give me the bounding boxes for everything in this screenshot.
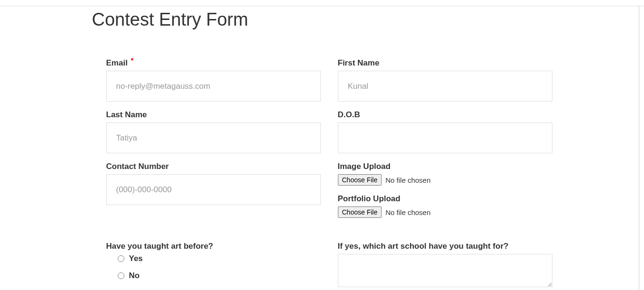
image-upload-label: Image Upload [338, 162, 552, 171]
upload-column: Image Upload Choose File No file chosen … [338, 162, 552, 226]
dob-label: D.O.B [338, 110, 552, 120]
portfolio-upload-row: Choose File No file chosen [338, 206, 552, 218]
radio-yes-label: Yes [129, 254, 143, 263]
first-name-group: First Name [338, 58, 552, 102]
image-upload-row: Choose File No file chosen [338, 174, 552, 186]
dob-group: D.O.B [338, 110, 552, 153]
taught-art-label: Have you taught art before? [106, 242, 321, 251]
first-name-field[interactable] [338, 71, 552, 102]
contact-number-field[interactable] [106, 174, 321, 205]
portfolio-upload-label: Portfolio Upload [338, 194, 552, 204]
taught-art-radio-group: Yes No [106, 254, 321, 281]
right-divider [639, 6, 639, 290]
contact-number-label: Contact Number [106, 162, 321, 171]
last-name-group: Last Name [106, 110, 321, 153]
form-grid: Email * First Name Last Name D.O.B Conta… [92, 58, 552, 290]
art-school-label: If yes, which art school have you taught… [338, 242, 552, 251]
dob-field[interactable] [338, 122, 552, 153]
radio-no-label: No [129, 271, 140, 281]
required-mark: * [131, 56, 134, 64]
top-divider [0, 6, 644, 6]
art-school-group: If yes, which art school have you taught… [338, 242, 552, 289]
radio-no[interactable] [118, 272, 124, 279]
email-label-text: Email [106, 58, 128, 67]
art-school-field[interactable] [338, 254, 552, 287]
email-group: Email * [106, 58, 321, 102]
last-name-label: Last Name [106, 110, 321, 120]
radio-yes[interactable] [118, 255, 124, 262]
last-name-field[interactable] [106, 122, 321, 153]
taught-art-group: Have you taught art before? Yes No [106, 242, 321, 289]
radio-item-yes: Yes [118, 254, 321, 263]
form-container: Contest Entry Form Email * First Name La… [92, 0, 552, 290]
email-field[interactable] [106, 71, 321, 102]
radio-item-no: No [118, 271, 321, 281]
portfolio-upload-button[interactable]: Choose File [338, 206, 382, 218]
contact-number-group: Contact Number [106, 162, 321, 218]
first-name-label: First Name [338, 58, 552, 68]
image-upload-status: No file chosen [385, 176, 430, 184]
page-title: Contest Entry Form [92, 9, 552, 30]
image-upload-button[interactable]: Choose File [338, 174, 382, 186]
image-upload-group: Image Upload Choose File No file chosen [338, 162, 552, 186]
portfolio-upload-group: Portfolio Upload Choose File No file cho… [338, 194, 552, 218]
portfolio-upload-status: No file chosen [385, 208, 430, 216]
email-label: Email * [106, 58, 321, 68]
